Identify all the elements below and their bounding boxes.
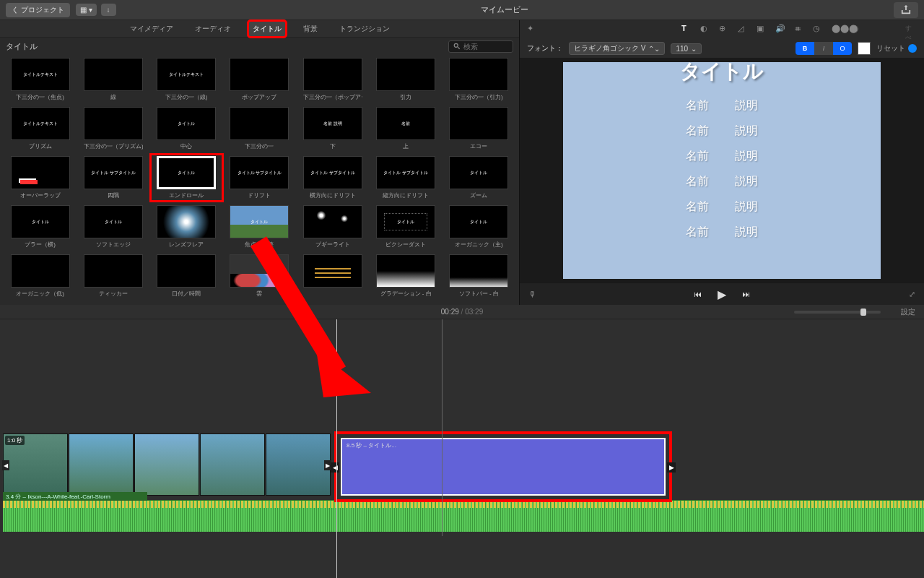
search-box[interactable] <box>448 40 513 53</box>
title-thumb-label: ドリフト <box>248 191 271 199</box>
title-thumb[interactable]: タイトルエンドロール <box>152 156 221 199</box>
title-thumb[interactable]: タイトル中心 <box>152 107 221 150</box>
title-thumb[interactable]: 下三分の一（プリズム) <box>79 107 147 150</box>
title-thumb[interactable]: 線 <box>79 58 147 101</box>
prev-button[interactable]: ⏮ <box>694 290 702 298</box>
title-clip-highlight: 8.5 秒 – タイトル... ◀ ▶ <box>336 434 670 500</box>
title-thumb[interactable]: ポップアップ <box>225 58 294 101</box>
media-tab-4[interactable]: トランジション <box>335 21 394 37</box>
titles-grid: タイトルテキスト下三分の一（焦点)線タイトルテキスト下三分の一（線)ポップアップ… <box>0 55 519 305</box>
title-thumb[interactable]: タイトル サブタイトルドリフト <box>225 156 294 199</box>
title-thumb[interactable]: ソフトバー - 白 <box>445 254 513 298</box>
title-thumb[interactable]: タイトルテキストプリズム <box>6 107 74 150</box>
video-track[interactable]: 1:0 秒 ◀ ▶ <box>3 434 331 496</box>
title-thumb[interactable]: 引力 <box>371 58 440 101</box>
volume-icon[interactable]: 🔊 <box>775 24 787 35</box>
title-thumb-label: 横方向にドリフト <box>310 191 356 199</box>
timeline-settings[interactable]: 設定 <box>901 307 915 317</box>
title-thumb[interactable]: タイトル サブタイトル縦方向にドリフト <box>371 156 440 199</box>
info-icon[interactable]: ⓘ <box>850 24 862 35</box>
title-thumb[interactable]: オーバーラップ <box>6 156 74 199</box>
title-thumb-label: 日付／時間 <box>172 290 201 298</box>
title-thumb[interactable]: 下三分の一（引力) <box>445 58 513 101</box>
font-select[interactable]: ヒラギノ角ゴシック V⌃⌄ <box>569 42 665 55</box>
title-thumb[interactable]: タイトルピクシーダスト <box>371 205 440 249</box>
title-thumb-label: グラデーション - 白 <box>380 290 432 298</box>
title-thumb[interactable]: タイトルブラー（横) <box>6 205 74 249</box>
reset-button[interactable]: リセット <box>876 43 917 53</box>
style-segment: B I O <box>796 42 852 55</box>
bold-button[interactable]: B <box>796 42 814 55</box>
title-thumb[interactable]: 下三分の一 <box>225 107 294 150</box>
media-tab-1[interactable]: オーディオ <box>191 21 235 37</box>
text-icon[interactable]: T <box>681 24 693 35</box>
speed-icon[interactable]: ◷ <box>813 24 824 35</box>
play-button[interactable]: ▶ <box>718 288 726 301</box>
title-thumb[interactable]: レンズフレア <box>152 205 221 249</box>
title-thumb[interactable]: タイトル サブタイトル横方向にドリフト <box>298 156 367 199</box>
video-clip[interactable] <box>200 434 265 496</box>
font-size-select[interactable]: 110⌄ <box>671 43 702 54</box>
title-thumb[interactable]: タイトルテキスト下三分の一（線) <box>152 58 221 101</box>
media-tab-0[interactable]: マイメディア <box>126 21 178 37</box>
import-button[interactable]: ↓ <box>101 4 116 16</box>
title-thumb-label: 下三分の一（引力) <box>455 93 503 101</box>
italic-button[interactable]: I <box>814 42 833 55</box>
video-clip[interactable] <box>69 434 134 496</box>
back-button[interactable]: く プロジェクト <box>6 3 70 17</box>
disabled-text: すべてをリセット <box>905 24 917 35</box>
title-thumb[interactable]: オーガニック（低) <box>6 254 74 298</box>
title-thumb[interactable]: 日付／時間 <box>152 254 221 298</box>
title-thumb-label: 下三分の一（焦点) <box>16 93 64 101</box>
filter-icon[interactable]: ⬤⬤⬤ <box>832 24 843 35</box>
title-thumb[interactable]: グラデーション - 白 <box>371 254 440 298</box>
title-thumb[interactable]: 名前 説明下 <box>298 107 367 150</box>
voiceover-icon[interactable]: 🎙 <box>528 290 536 298</box>
video-clip[interactable] <box>134 434 199 496</box>
title-thumb[interactable]: 名前上 <box>371 107 440 150</box>
playhead[interactable] <box>336 319 337 578</box>
library-toggle[interactable]: ▦ ▾ <box>76 4 97 16</box>
title-thumb[interactable]: タイトルオーガニック（主) <box>445 205 513 249</box>
audio-track[interactable]: 3.4 分 – Ikson---A-While-feat.-Carl-Storm <box>3 500 924 532</box>
noise-reduction-icon[interactable]: ⩩ <box>794 24 806 35</box>
media-tab-3[interactable]: 背景 <box>299 21 322 37</box>
color-correction-icon[interactable]: ⊕ <box>719 24 731 35</box>
color-swatch[interactable] <box>858 42 871 55</box>
title-thumb-label: 焦点を調整 <box>245 241 274 249</box>
title-thumb[interactable]: タイトル焦点を調整 <box>225 205 294 249</box>
clip-handle-right[interactable]: ▶ <box>667 462 676 473</box>
magic-wand-icon[interactable]: ✦ <box>527 24 539 35</box>
title-thumb[interactable]: タイトルテキスト下三分の一（焦点) <box>6 58 74 101</box>
svg-point-0 <box>454 43 458 47</box>
share-button[interactable] <box>894 2 918 18</box>
clip-handle-left[interactable]: ◀ <box>331 462 339 473</box>
title-clip[interactable]: 8.5 秒 – タイトル... <box>341 438 666 496</box>
title-thumb[interactable]: ブギーライト <box>298 205 367 249</box>
title-thumb[interactable]: タイトルズーム <box>445 156 513 199</box>
title-thumb[interactable]: 雲 <box>225 254 294 298</box>
search-input[interactable] <box>463 43 507 51</box>
media-tab-2[interactable]: タイトル <box>248 21 286 37</box>
title-thumb[interactable]: エコー <box>445 107 513 150</box>
title-thumb-label: ポップアップ <box>242 93 276 101</box>
title-thumb[interactable] <box>298 254 367 298</box>
stabilize-icon[interactable]: ▣ <box>757 24 768 35</box>
title-thumb[interactable]: 下三分の一（ポップアップ) <box>298 58 367 101</box>
title-thumb-label: プリズム <box>29 142 52 150</box>
fullscreen-icon[interactable]: ⤢ <box>909 290 915 299</box>
video-clip[interactable]: 1:0 秒 ◀ <box>3 434 68 496</box>
title-thumb[interactable]: タイトル サブタイトル四隅 <box>79 156 147 199</box>
title-thumb-label: ブラー（横) <box>25 241 56 249</box>
title-thumb[interactable]: ティッカー <box>79 254 147 298</box>
next-button[interactable]: ⏭ <box>742 290 750 298</box>
title-thumb[interactable]: タイトルソフトエッジ <box>79 205 147 249</box>
outline-button[interactable]: O <box>833 42 852 55</box>
title-thumb-label: ソフトバー - 白 <box>459 290 499 298</box>
preview-viewer[interactable]: タイトル 名前説明名前説明名前説明名前説明名前説明名前説明 <box>520 58 924 283</box>
color-balance-icon[interactable]: ◐ <box>700 24 712 35</box>
zoom-slider[interactable] <box>794 311 881 314</box>
title-thumb-label: オーガニック（主) <box>455 241 503 249</box>
video-clip[interactable]: ▶ <box>266 434 331 496</box>
crop-icon[interactable]: ◿ <box>738 24 749 35</box>
